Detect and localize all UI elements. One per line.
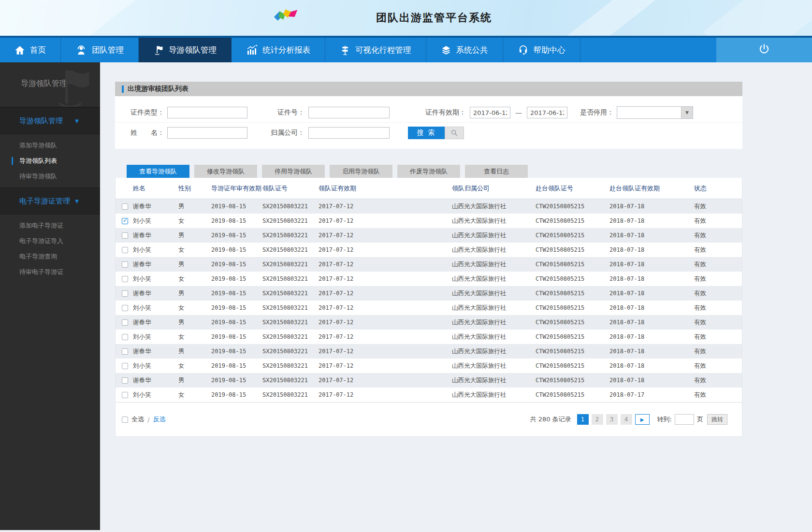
header-decor [521, 0, 736, 36]
cell-tw_leader_valid: 2018-07-17 [609, 391, 694, 398]
checkbox-cell [116, 377, 133, 384]
select-all-checkbox[interactable] [122, 417, 128, 423]
tab[interactable]: 查看日志 [465, 165, 528, 178]
tab[interactable]: 查看导游领队 [127, 165, 189, 178]
panel-title: 出境游审核团队列表 [128, 85, 188, 93]
company-input[interactable] [308, 127, 390, 139]
row-checkbox[interactable] [122, 261, 128, 268]
search-button[interactable]: 搜 索 [408, 127, 445, 139]
page-button-1[interactable]: 1 [577, 414, 589, 425]
table-row: 谢春华男2019-08-15SX201508032212017-07-12山西光… [116, 228, 742, 243]
row-checkbox[interactable] [122, 203, 128, 210]
cert-no-input[interactable] [308, 107, 390, 118]
select-all-label[interactable]: 全选 [131, 415, 144, 424]
sidebar-group-header[interactable]: 导游领队管理▼ [0, 107, 100, 134]
invert-selection-link[interactable]: 反选 [153, 415, 165, 424]
sidebar-item[interactable]: 导游领队列表 [0, 153, 100, 169]
cell-name: 刘小笑 [133, 217, 178, 225]
column-header: 性别 [178, 184, 211, 193]
page: 团队出游监管平台系统 首页团队管理导游领队管理统计分析报表可视化行程管理系统公共… [0, 0, 812, 530]
nav-item-system[interactable]: 系统公共 [426, 38, 503, 62]
cell-tw_leader_no: CTW20150805215 [536, 377, 609, 384]
cell-gender: 男 [178, 231, 211, 240]
row-checkbox[interactable] [122, 334, 128, 340]
column-header: 状态 [694, 184, 742, 193]
table-row: 刘小笑女2019-08-15SX201508032212017-07-12山西光… [116, 388, 742, 402]
page-button-2[interactable]: 2 [592, 414, 603, 425]
cert-type-input[interactable] [167, 107, 247, 118]
sidebar-item[interactable]: 电子导游证导入 [0, 233, 100, 249]
row-checkbox[interactable] [122, 392, 128, 398]
tab[interactable]: 停用导游领队 [262, 165, 325, 178]
nav-spacer [580, 38, 717, 62]
page-button-3[interactable]: 3 [606, 414, 618, 425]
tab[interactable]: 启用导游领队 [330, 165, 392, 178]
checkbox-cell [116, 290, 133, 297]
row-checkbox[interactable] [122, 276, 128, 282]
jump-button[interactable]: 跳转 [707, 414, 727, 425]
cell-tw_leader_valid: 2018-07-18 [609, 377, 694, 384]
cell-guide_cert_no: SX20150803221 [262, 246, 319, 253]
search-icon[interactable] [445, 127, 464, 139]
nav-item-team[interactable]: 团队管理 [61, 38, 139, 62]
row-checkbox[interactable] [122, 232, 128, 239]
panel-header: 出境游审核团队列表 [115, 82, 742, 96]
nav-item-help[interactable]: 帮助中心 [503, 38, 580, 62]
sidebar-item[interactable]: 添加导游领队 [0, 138, 100, 153]
nav-item-visual[interactable]: 可视化行程管理 [325, 38, 426, 62]
cell-annual_valid: 2019-08-15 [211, 333, 262, 340]
row-checkbox[interactable] [122, 290, 128, 297]
sidebar-group-header[interactable]: 电子导游证管理▼ [0, 187, 100, 215]
cell-tw_leader_valid: 2018-07-18 [609, 290, 694, 297]
sidebar-item[interactable]: 电子导游查询 [0, 249, 100, 264]
sidebar: 导游领队管理 导游领队管理▼添加导游领队导游领队列表待审导游领队电子导游证管理▼… [0, 62, 100, 530]
cell-guide_cert_no: SX20150803221 [262, 362, 319, 369]
nav-item-home[interactable]: 首页 [0, 38, 61, 62]
sidebar-item[interactable]: 添加电子导游证 [0, 218, 100, 233]
logout-button[interactable] [716, 38, 812, 62]
page-button-4[interactable]: 4 [621, 414, 632, 425]
name-label: 姓 名： [130, 129, 164, 137]
goto-page-input[interactable] [675, 414, 694, 425]
cell-annual_valid: 2019-08-15 [211, 391, 262, 398]
layers-icon [441, 45, 451, 56]
tab[interactable]: 修改导游领队 [194, 165, 257, 178]
cell-leader_cert_valid: 2017-07-12 [319, 275, 452, 282]
cell-gender: 女 [178, 391, 211, 399]
row-checkbox[interactable] [122, 377, 128, 384]
table-row: 谢春华男2019-08-15SX201508032212017-07-12山西光… [116, 257, 742, 272]
cell-gender: 男 [178, 202, 211, 211]
row-checkbox[interactable] [122, 218, 128, 224]
cell-gender: 女 [178, 362, 211, 370]
name-input[interactable] [167, 127, 247, 139]
cell-annual_valid: 2019-08-15 [211, 377, 262, 384]
row-checkbox[interactable] [122, 319, 128, 326]
row-checkbox[interactable] [122, 348, 128, 355]
nav-item-guide[interactable]: 导游领队管理 [139, 38, 232, 62]
cell-leader_cert_valid: 2017-07-12 [319, 391, 452, 398]
validity-from-input[interactable] [470, 107, 510, 118]
disabled-label: 是否停用： [567, 108, 614, 117]
cell-company: 山西光大国际旅行社 [452, 391, 536, 399]
sidebar-item[interactable]: 待审电子导游证 [0, 264, 100, 280]
cell-tw_leader_valid: 2018-07-18 [609, 319, 694, 326]
row-checkbox[interactable] [122, 305, 128, 311]
next-page-button[interactable]: ▶ [635, 414, 650, 425]
record-count: 共 280 条记录 [530, 415, 571, 424]
validity-to-input[interactable] [527, 107, 567, 118]
flag-watermark-icon [54, 65, 98, 107]
cell-gender: 女 [178, 333, 211, 341]
form-row-2: 姓 名： 归属公司： 搜 索 [115, 123, 742, 143]
table-row: 谢春华男2019-08-15SX201508032212017-07-12山西光… [116, 199, 742, 214]
cell-guide_cert_no: SX20150803221 [262, 290, 319, 297]
nav-item-stats[interactable]: 统计分析报表 [232, 38, 325, 62]
checkbox-cell [116, 305, 133, 311]
validity-label: 证件有效期： [390, 108, 466, 117]
row-checkbox[interactable] [122, 247, 128, 253]
cell-company: 山西光大国际旅行社 [452, 304, 536, 312]
tab[interactable]: 作废导游领队 [397, 165, 460, 178]
sidebar-item[interactable]: 待审导游领队 [0, 169, 100, 184]
disabled-select[interactable]: ▼ [617, 106, 693, 119]
nav-item-label: 系统公共 [456, 45, 488, 56]
row-checkbox[interactable] [122, 363, 128, 369]
